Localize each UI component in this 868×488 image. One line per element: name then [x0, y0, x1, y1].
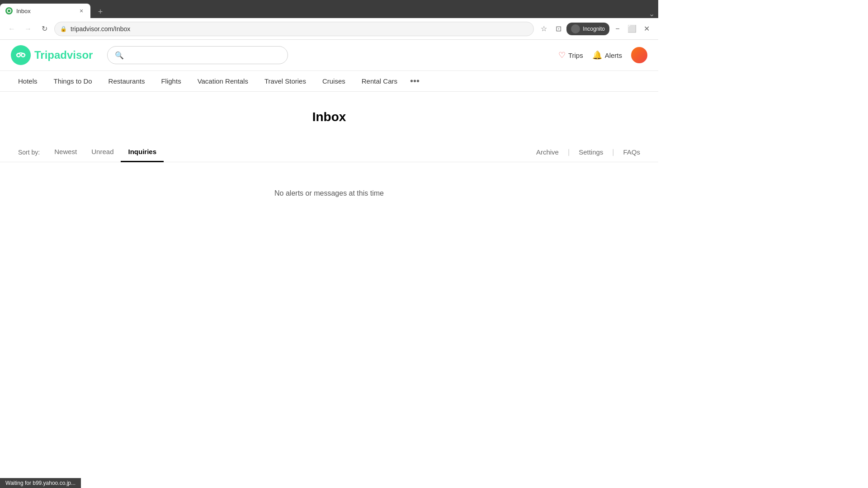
- bookmark-button[interactable]: ☆: [538, 23, 550, 35]
- nav-more-button[interactable]: •••: [406, 71, 423, 91]
- nav-vacation-rentals[interactable]: Vacation Rentals: [190, 71, 255, 91]
- extensions-button[interactable]: ⊡: [552, 23, 565, 35]
- incognito-button[interactable]: Incognito: [566, 23, 609, 35]
- nav-right-buttons: ☆ ⊡ Incognito − ⬜ ✕: [538, 23, 653, 35]
- browser-chrome: Inbox × + ⌄ ← → ↻ 🔒 tripadvisor.com/Inbo…: [0, 0, 658, 40]
- nav-restaurants[interactable]: Restaurants: [101, 71, 152, 91]
- tab-favicon: [5, 7, 13, 14]
- nav-menu: Hotels Things to Do Restaurants Flights …: [0, 71, 658, 92]
- refresh-button[interactable]: ↻: [38, 23, 51, 35]
- filter-tab-inquiries[interactable]: Inquiries: [121, 142, 164, 162]
- nav-cruises[interactable]: Cruises: [315, 71, 353, 91]
- filter-right-links: Archive | Settings | FAQs: [536, 148, 640, 156]
- user-avatar[interactable]: [631, 47, 647, 63]
- page-title: Inbox: [0, 110, 658, 124]
- tripadvisor-logo-icon: [11, 45, 31, 65]
- empty-message-text: No alerts or messages at this time: [274, 189, 384, 197]
- tab-title: Inbox: [16, 8, 74, 14]
- tab-list-button[interactable]: ⌄: [645, 9, 658, 18]
- page: Tripadvisor 🔍 ♡ Trips 🔔 Alerts Hotels Th…: [0, 40, 658, 243]
- search-bar[interactable]: 🔍: [107, 46, 288, 64]
- incognito-label: Incognito: [583, 26, 605, 32]
- alerts-button[interactable]: 🔔 Alerts: [592, 50, 622, 60]
- nav-things-to-do[interactable]: Things to Do: [47, 71, 99, 91]
- filter-bar: Sort by: Newest Unread Inquiries Archive…: [0, 142, 658, 162]
- new-tab-button[interactable]: +: [94, 5, 107, 18]
- archive-link[interactable]: Archive: [536, 148, 559, 156]
- incognito-avatar: [571, 24, 580, 33]
- close-button[interactable]: ✕: [640, 23, 653, 35]
- minimize-button[interactable]: −: [611, 23, 624, 35]
- url-text: tripadvisor.com/Inbox: [71, 25, 130, 33]
- header-right: ♡ Trips 🔔 Alerts: [558, 47, 647, 63]
- active-tab[interactable]: Inbox ×: [0, 4, 90, 18]
- nav-bar: ← → ↻ 🔒 tripadvisor.com/Inbox ☆ ⊡ Incogn…: [0, 18, 658, 40]
- bell-icon: 🔔: [592, 50, 602, 60]
- site-header: Tripadvisor 🔍 ♡ Trips 🔔 Alerts: [0, 40, 658, 71]
- search-icon: 🔍: [115, 51, 124, 60]
- trips-label: Trips: [568, 52, 583, 59]
- nav-flights[interactable]: Flights: [154, 71, 188, 91]
- nav-travel-stories[interactable]: Travel Stories: [257, 71, 313, 91]
- maximize-button[interactable]: ⬜: [626, 23, 638, 35]
- lock-icon: 🔒: [60, 26, 67, 32]
- filter-tab-newest[interactable]: Newest: [47, 142, 84, 162]
- filter-tabs: Newest Unread Inquiries: [47, 142, 536, 162]
- logo-text: Tripadvisor: [34, 49, 93, 61]
- filter-tab-unread[interactable]: Unread: [84, 142, 121, 162]
- nav-hotels[interactable]: Hotels: [11, 71, 45, 91]
- empty-state-message: No alerts or messages at this time: [0, 162, 658, 225]
- nav-rental-cars[interactable]: Rental Cars: [354, 71, 405, 91]
- faqs-link[interactable]: FAQs: [623, 148, 640, 156]
- alerts-label: Alerts: [605, 52, 622, 59]
- address-bar[interactable]: 🔒 tripadvisor.com/Inbox: [54, 22, 534, 36]
- back-button[interactable]: ←: [5, 23, 18, 35]
- logo-area: Tripadvisor: [11, 45, 93, 65]
- tab-bar: Inbox × + ⌄: [0, 0, 658, 18]
- main-content: Inbox Sort by: Newest Unread Inquiries A…: [0, 92, 658, 243]
- settings-link[interactable]: Settings: [579, 148, 603, 156]
- trips-button[interactable]: ♡ Trips: [558, 50, 583, 60]
- search-input[interactable]: [127, 52, 280, 59]
- sort-by-label: Sort by:: [18, 149, 40, 156]
- heart-icon: ♡: [558, 50, 566, 60]
- tab-close-button[interactable]: ×: [78, 7, 85, 14]
- forward-button[interactable]: →: [22, 23, 34, 35]
